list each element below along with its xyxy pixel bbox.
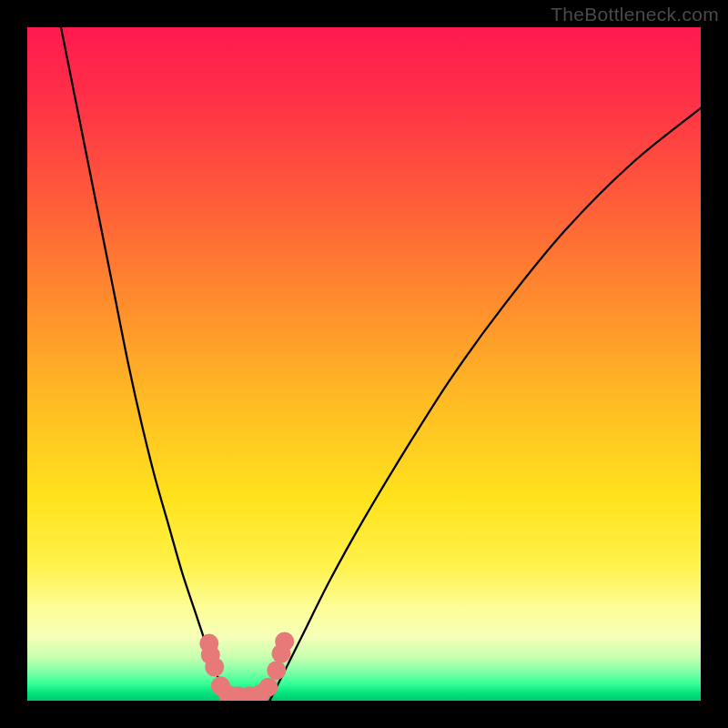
valley-marker bbox=[275, 632, 294, 651]
curves-layer bbox=[27, 27, 701, 701]
valley-marker bbox=[205, 658, 224, 677]
valley-marker bbox=[267, 661, 286, 680]
chart-frame: TheBottleneck.com bbox=[0, 0, 728, 728]
valley-marker bbox=[258, 678, 278, 697]
valley-markers bbox=[199, 632, 294, 701]
plot-area bbox=[27, 27, 701, 701]
watermark-text: TheBottleneck.com bbox=[551, 4, 719, 25]
left-curve bbox=[61, 27, 229, 701]
right-curve bbox=[269, 108, 701, 701]
